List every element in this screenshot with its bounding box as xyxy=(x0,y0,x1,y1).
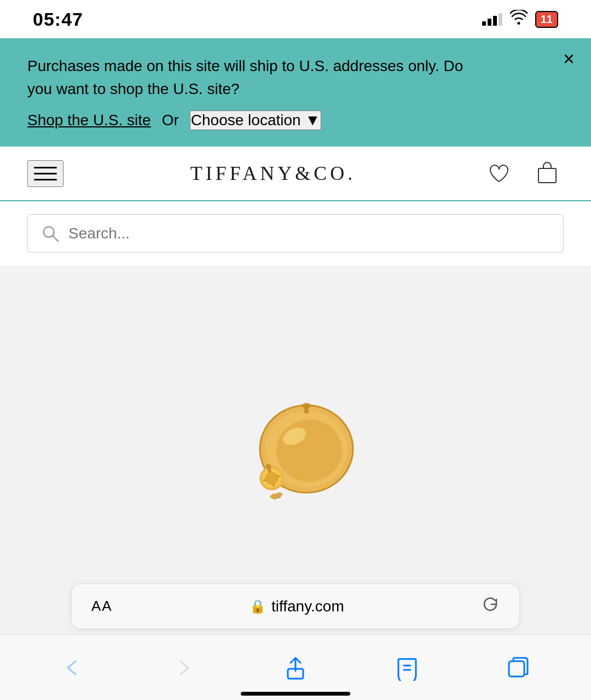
url-display: 🔒 tiffany.com xyxy=(250,598,344,615)
search-input-wrapper[interactable] xyxy=(27,214,564,253)
back-button[interactable] xyxy=(54,649,91,686)
forward-button[interactable] xyxy=(165,649,202,686)
search-input[interactable] xyxy=(68,225,550,242)
product-image-area xyxy=(0,266,591,638)
shop-us-link[interactable]: Shop the U.S. site xyxy=(27,112,151,129)
earring-illustration xyxy=(213,370,378,534)
bag-button[interactable] xyxy=(531,156,564,191)
bookmarks-button[interactable] xyxy=(389,649,426,686)
hamburger-line-1 xyxy=(34,167,57,168)
status-bar: 05:47 11 xyxy=(0,0,591,38)
svg-line-2 xyxy=(53,236,58,241)
browser-toolbar xyxy=(0,634,591,700)
search-bar xyxy=(0,201,591,266)
wishlist-button[interactable] xyxy=(483,156,515,191)
status-time: 05:47 xyxy=(33,9,83,30)
tabs-button[interactable] xyxy=(500,649,537,686)
home-indicator xyxy=(241,692,350,696)
brand-logo: TIFFANY&CO. xyxy=(190,162,356,185)
choose-location-button[interactable]: Choose location ▼ xyxy=(190,110,322,130)
reload-button[interactable] xyxy=(481,595,500,617)
hamburger-line-3 xyxy=(34,179,57,180)
banner-message: Purchases made on this site will ship to… xyxy=(27,55,476,101)
banner-actions: Shop the U.S. site Or Choose location ▼ xyxy=(27,110,564,130)
banner-or-text: Or xyxy=(162,112,179,129)
hamburger-line-2 xyxy=(34,173,57,174)
share-button[interactable] xyxy=(277,649,314,686)
text-size-control[interactable]: AA xyxy=(91,598,113,615)
lock-icon: 🔒 xyxy=(250,599,266,614)
svg-rect-18 xyxy=(509,661,524,676)
navbar: TIFFANY&CO. xyxy=(0,147,591,201)
status-icons: 11 xyxy=(482,10,558,29)
bag-icon xyxy=(535,161,559,185)
banner-close-button[interactable]: × xyxy=(563,49,575,69)
hamburger-menu-button[interactable] xyxy=(27,160,63,187)
svg-point-6 xyxy=(276,419,342,482)
wifi-icon xyxy=(510,10,528,29)
search-icon xyxy=(41,224,60,243)
browser-url-bar: AA 🔒 tiffany.com xyxy=(71,584,520,629)
location-banner: Purchases made on this site will ship to… xyxy=(0,38,591,147)
url-text: tiffany.com xyxy=(271,598,344,615)
svg-rect-0 xyxy=(538,168,556,183)
heart-icon xyxy=(487,161,511,185)
product-image xyxy=(208,364,383,539)
battery-indicator: 11 xyxy=(535,11,558,28)
nav-action-icons xyxy=(483,156,564,191)
svg-rect-9 xyxy=(304,406,309,413)
chevron-down-icon: ▼ xyxy=(305,112,321,129)
signal-icon xyxy=(482,13,502,26)
svg-point-1 xyxy=(44,227,54,237)
